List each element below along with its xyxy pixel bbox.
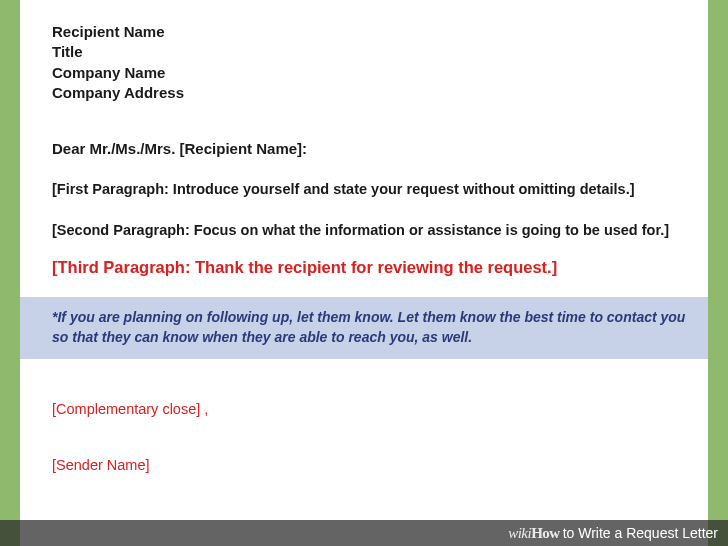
- followup-note-text: *If you are planning on following up, le…: [52, 307, 690, 348]
- third-paragraph: [Third Paragraph: Thank the recipient fo…: [52, 258, 690, 277]
- sender-name-line: [Sender Name]: [52, 457, 690, 473]
- wikihow-logo-suffix: How: [531, 525, 560, 541]
- first-paragraph: [First Paragraph: Introduce yourself and…: [52, 179, 690, 199]
- second-paragraph: [Second Paragraph: Focus on what the inf…: [52, 220, 690, 240]
- followup-note-band: *If you are planning on following up, le…: [20, 297, 708, 360]
- caption-title: to Write a Request Letter: [563, 525, 718, 541]
- document-page: Recipient Name Title Company Name Compan…: [20, 0, 708, 546]
- salutation-line: Dear Mr./Ms./Mrs. [Recipient Name]:: [52, 139, 690, 159]
- company-name-line: Company Name: [52, 63, 690, 83]
- company-address-line: Company Address: [52, 83, 690, 103]
- complementary-close: [Complementary close] ,: [52, 401, 690, 417]
- wikihow-logo: wikiHow: [508, 525, 560, 542]
- recipient-title-line: Title: [52, 42, 690, 62]
- wikihow-logo-prefix: wiki: [508, 525, 531, 541]
- recipient-name-line: Recipient Name: [52, 22, 690, 42]
- caption-bar: wikiHow to Write a Request Letter: [0, 520, 728, 546]
